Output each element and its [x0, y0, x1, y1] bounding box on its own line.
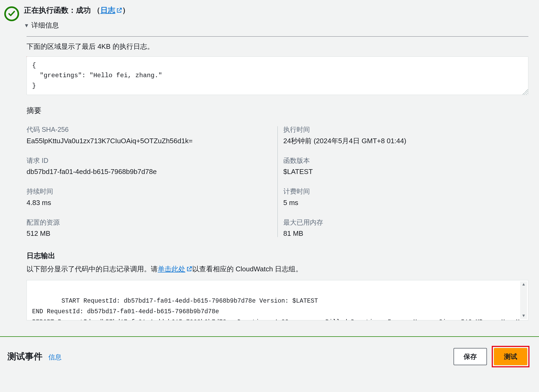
success-check-icon — [4, 6, 19, 21]
request-id-label: 请求 ID — [27, 156, 277, 166]
configured-memory-label: 配置的资源 — [27, 217, 277, 228]
summary-grid: 代码 SHA-256 Ea55lpKttuJVa0u1zx713K7CIuOAi… — [27, 125, 528, 239]
request-id-value: db57bd17-fa01-4edd-b615-7968b9b7d78e — [27, 167, 277, 177]
logs-link[interactable]: 日志 — [100, 6, 122, 14]
billed-duration-value: 5 ms — [283, 198, 528, 208]
configured-memory-value: 512 MB — [27, 228, 277, 239]
summary-cell: 最大已用内存 81 MB — [277, 217, 528, 239]
log-desc-prefix: 以下部分显示了代码中的日志记录调用。请 — [27, 265, 158, 273]
log-description: 下面的区域显示了最后 4KB 的执行日志。 — [27, 41, 528, 52]
execution-result-text: { "greetings": "Hello fei, zhang." } — [32, 62, 162, 89]
function-version-value: $LATEST — [283, 167, 528, 177]
log-output-box[interactable]: START RequestId: db57bd17-fa01-4edd-b615… — [27, 280, 528, 320]
duration-label: 持续时间 — [27, 186, 277, 197]
execution-title-text: 正在执行函数：成功 — [24, 6, 91, 14]
summary-column-divider — [277, 126, 278, 237]
summary-cell: 函数版本 $LATEST — [277, 156, 528, 177]
external-link-icon — [186, 264, 192, 275]
billed-duration-label: 计费时间 — [283, 186, 528, 197]
summary-cell: 请求 ID db57bd17-fa01-4edd-b615-7968b9b7d7… — [27, 156, 277, 177]
log-desc-suffix: 以查看相应的 CloudWatch 日志组。 — [192, 265, 302, 273]
test-event-footer: 测试事件 信息 保存 测试 — [0, 336, 539, 380]
scroll-down-icon[interactable]: ▼ — [522, 314, 525, 318]
test-button[interactable]: 测试 — [494, 348, 527, 365]
execution-result-box[interactable]: { "greetings": "Hello fei, zhang." } — [27, 56, 528, 95]
exec-time-label: 执行时间 — [283, 125, 528, 135]
summary-cell: 计费时间 5 ms — [277, 186, 528, 208]
test-event-title: 测试事件 — [7, 350, 42, 363]
test-button-highlight: 测试 — [493, 347, 528, 366]
exec-time-value: 24秒钟前 (2024年5月4日 GMT+8 01:44) — [283, 136, 528, 146]
execution-result-panel: 正在执行函数：成功 （日志） ▼ 详细信息 下面的区域显示了最后 4KB 的执行… — [0, 0, 539, 380]
paren-close: ） — [122, 6, 130, 14]
scrollbar[interactable]: ▲ ▼ — [520, 281, 527, 319]
summary-heading: 摘要 — [27, 105, 528, 116]
details-body: 下面的区域显示了最后 4KB 的执行日志。 { "greetings": "He… — [27, 36, 539, 320]
summary-cell: 持续时间 4.83 ms — [27, 186, 277, 208]
log-output-description: 以下部分显示了代码中的日志记录调用。请单击此处以查看相应的 CloudWatch… — [27, 264, 528, 275]
resize-handle-icon[interactable] — [522, 89, 528, 95]
divider — [27, 36, 528, 37]
max-memory-label: 最大已用内存 — [283, 217, 528, 228]
execution-title: 正在执行函数：成功 （日志） — [24, 5, 539, 16]
sha256-value: Ea55lpKttuJVa0u1zx713K7CIuOAiq+5OTZuZh56… — [27, 136, 277, 146]
log-output-heading: 日志输出 — [27, 250, 528, 261]
result-header: 正在执行函数：成功 （日志） ▼ 详细信息 — [4, 1, 539, 35]
details-toggle[interactable]: ▼ 详细信息 — [24, 20, 539, 31]
details-label: 详细信息 — [31, 20, 59, 31]
duration-value: 4.83 ms — [27, 198, 277, 208]
cloudwatch-link[interactable]: 单击此处 — [158, 265, 192, 273]
summary-cell: 代码 SHA-256 Ea55lpKttuJVa0u1zx713K7CIuOAi… — [27, 125, 277, 146]
sha256-label: 代码 SHA-256 — [27, 125, 277, 135]
summary-cell: 配置的资源 512 MB — [27, 217, 277, 239]
cloudwatch-link-label: 单击此处 — [158, 265, 185, 273]
max-memory-value: 81 MB — [283, 228, 528, 239]
external-link-icon — [116, 5, 122, 16]
info-link[interactable]: 信息 — [48, 352, 62, 362]
scroll-up-icon[interactable]: ▲ — [522, 282, 525, 287]
caret-down-icon: ▼ — [24, 23, 29, 28]
summary-cell: 执行时间 24秒钟前 (2024年5月4日 GMT+8 01:44) — [277, 125, 528, 146]
log-output-text: START RequestId: db57bd17-fa01-4edd-b615… — [32, 298, 520, 320]
paren-open: （ — [93, 6, 100, 14]
save-button[interactable]: 保存 — [454, 348, 487, 365]
function-version-label: 函数版本 — [283, 156, 528, 166]
logs-link-label: 日志 — [100, 6, 115, 14]
